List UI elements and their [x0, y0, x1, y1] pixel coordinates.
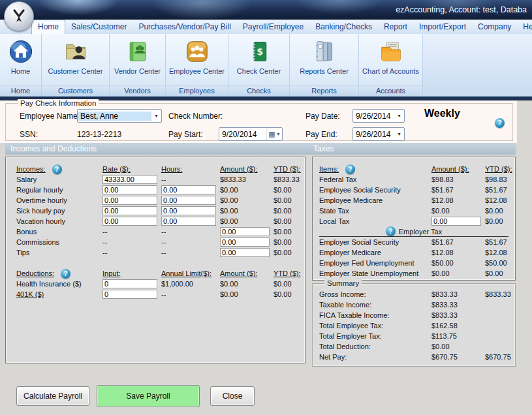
vacation-hourly-rate-input[interactable] [102, 217, 157, 226]
commissions-ytd: $0.00 [274, 238, 310, 246]
taxes-column-header: YTD ($): [485, 165, 516, 173]
help-icon[interactable]: ? [52, 164, 62, 174]
commissions-label: Commissions [16, 238, 102, 246]
tab-import-export[interactable]: Import/Export [413, 20, 472, 34]
regular-hourly-hours-input[interactable] [161, 185, 216, 194]
toolbar-group-label: Employees [166, 85, 228, 96]
employer-fed-unemployment-ytd: $50.00 [485, 259, 516, 267]
overtime-hourly-rate-input[interactable] [102, 196, 157, 205]
incomes-deductions-table: Incomes:?Rate ($):Hours:Amount ($):YTD (… [16, 164, 305, 300]
toolbar-button-employee-center[interactable]: Employee CenterEmployees [166, 34, 228, 96]
toolbar-ribbon: HomeHomeCustomer CenterCustomersVendor C… [0, 34, 532, 97]
help-icon[interactable]: ? [386, 226, 396, 236]
employer-state-unemployment-amount: $0.00 [431, 269, 485, 277]
toolbar-button-customer-center[interactable]: Customer CenterCustomers [42, 34, 110, 96]
federal-tax-label: Federal Tax [319, 176, 431, 183]
toolbar-button-reports-center[interactable]: Reports CenterReports [290, 34, 359, 96]
health-insurance-label: Health Insurance ($) [16, 280, 102, 288]
vacation-hourly-hours-input[interactable] [161, 217, 216, 226]
employee-name-value: Best, Anne [78, 112, 151, 121]
tab-payroll-employee[interactable]: Payroll/Employee [237, 20, 309, 34]
toolbar-label: Employee Center [169, 67, 225, 75]
pay-date-dropdown[interactable]: 9/26/2014 ▼ [352, 109, 405, 123]
pay-date-label: Pay Date: [305, 112, 340, 121]
home-icon [8, 37, 33, 66]
app-logo-button[interactable] [4, 1, 34, 31]
bonus-amount-input[interactable] [220, 227, 270, 236]
toolbar-button-vendor-center[interactable]: Vendor CenterVendors [110, 34, 166, 96]
tab-banking-checks[interactable]: Banking/Checks [309, 20, 378, 34]
chevron-down-icon: ▼ [394, 128, 404, 140]
tips-ytd: $0.00 [274, 249, 310, 256]
toolbar-button-home[interactable]: HomeHome [0, 34, 42, 96]
vacation-hourly-label: Vacation hourly [16, 217, 102, 225]
federal-tax-amount: $98.83 [431, 176, 485, 183]
menu-tab-bar: HomeSales/CustomerPurchases/Vendor/Pay B… [0, 20, 532, 34]
toolbar-button-chart-of-accounts[interactable]: Chart of AccountsAccounts [359, 34, 423, 96]
pay-start-label: Pay Start: [168, 130, 203, 139]
bonus-label: Bonus [16, 228, 102, 236]
employee-name-dropdown[interactable]: Best, Anne ▼ [77, 109, 162, 123]
chevron-down-icon: ▼ [151, 110, 161, 122]
regular-hourly-rate-input[interactable] [102, 185, 157, 194]
toolbar-label: Vendor Center [114, 67, 161, 75]
vacation-hourly-amount: $0.00 [220, 217, 274, 225]
overtime-hourly-hours-input[interactable] [161, 196, 216, 205]
employee-center-icon [185, 37, 210, 66]
regular-hourly-amount: $0.00 [220, 186, 274, 194]
ssn-value: 123-13-2213 [77, 130, 121, 139]
employer-fed-unemployment-amount: $50.00 [431, 259, 485, 267]
employer-social-security-amount: $51.67 [431, 238, 485, 246]
bonus-ytd: $0.00 [274, 228, 310, 236]
pay-date-value: 9/26/2014 [353, 112, 394, 121]
deductions-column-header: Input: [102, 269, 161, 277]
ez-logo-icon [9, 7, 29, 26]
help-icon[interactable]: ? [345, 164, 355, 174]
401k-input-input[interactable] [102, 290, 157, 299]
health-insurance-amount: $0.00 [220, 280, 274, 288]
help-icon[interactable]: ? [495, 118, 505, 128]
tab-help[interactable]: Help [517, 20, 532, 34]
local-tax-amount-input[interactable] [431, 217, 481, 226]
pay-start-datepicker[interactable]: 9/20/2014 ▦▼ [219, 127, 283, 141]
overtime-hourly-label: Overtime hourly [16, 196, 102, 204]
sick-hourly-pay-rate-input[interactable] [102, 206, 157, 215]
bonus-hours: -- [161, 228, 220, 236]
help-icon[interactable]: ? [61, 269, 70, 279]
gross-income-amount: $833.33 [431, 290, 485, 298]
tips-hours: -- [161, 249, 220, 256]
deductions-column-header: Deductions: [16, 269, 54, 277]
pay-end-dropdown[interactable]: 9/26/2014 ▼ [352, 127, 405, 141]
save-payroll-button[interactable]: Save Payroll [97, 385, 200, 407]
close-button[interactable]: Close [210, 386, 255, 406]
tab-company[interactable]: Company [472, 20, 517, 34]
calculate-payroll-button[interactable]: Calculate Payroll [16, 386, 89, 406]
sick-hourly-pay-hours-input[interactable] [161, 206, 216, 215]
health-insurance-input-input[interactable] [102, 279, 157, 288]
ssn-label: SSN: [20, 130, 38, 139]
employer-medicare-ytd: $12.08 [485, 249, 516, 256]
tab-home[interactable]: Home [31, 20, 65, 34]
total-employee-tax-label: Total Employee Tax: [319, 322, 431, 330]
bonus-rate: -- [102, 228, 161, 236]
overtime-hourly-ytd: $0.00 [274, 196, 310, 204]
salary-rate-input[interactable] [102, 175, 157, 184]
toolbar-button-check-center[interactable]: $Check CenterChecks [228, 34, 290, 96]
tab-report[interactable]: Report [378, 20, 413, 34]
toolbar-group-label: Home [0, 85, 41, 96]
employee-name-label: Employee Name: [20, 112, 80, 121]
calendar-icon: ▦▼ [266, 128, 282, 140]
tips-amount-input[interactable] [220, 248, 270, 257]
toolbar-label: Check Center [237, 67, 281, 75]
incomes-column-header: Rate ($): [102, 165, 161, 173]
employer-fed-unemployment-label: Employer Fed Unemployment [319, 259, 431, 267]
commissions-amount-input[interactable] [220, 238, 270, 247]
toolbar-group-label: Vendors [110, 85, 165, 96]
tab-purchases-vendor-pay-bill[interactable]: Purchases/Vendor/Pay Bill [133, 20, 236, 34]
total-employer-tax-amount: $113.75 [431, 332, 485, 340]
content-area: Pay Check Information Employee Name: Bes… [0, 100, 532, 415]
tab-sales-customer[interactable]: Sales/Customer [65, 20, 133, 34]
deductions-column-header: Amount ($): [220, 269, 274, 277]
taxes-panel: Items:?Amount ($):YTD ($):Federal Tax$98… [312, 157, 516, 281]
taxes-section-title: Taxes [313, 144, 334, 153]
